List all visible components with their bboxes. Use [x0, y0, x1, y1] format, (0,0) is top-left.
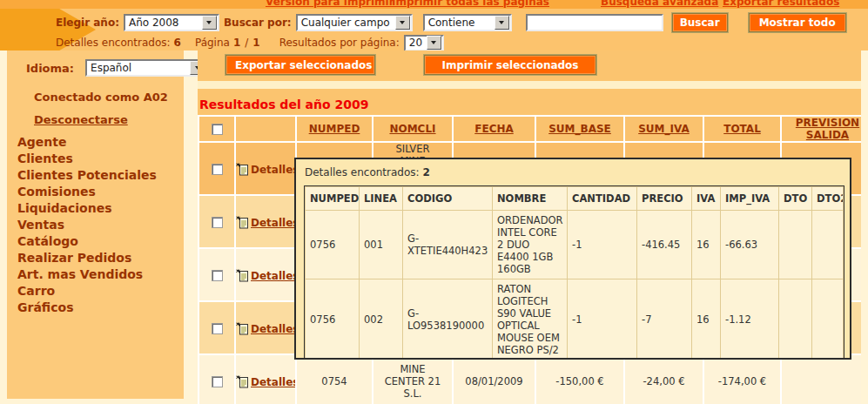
popup-col-nombre: NOMBRE — [493, 187, 568, 211]
sidebar-item-graficos[interactable]: Gráficos — [17, 300, 157, 316]
details-link[interactable]: Detalles — [236, 164, 295, 176]
export-results-link[interactable]: Exportar resultados — [723, 0, 839, 8]
sidebar-item-ventas[interactable]: Ventas — [17, 217, 157, 233]
sort-numped-link[interactable]: NUMPED — [309, 123, 360, 135]
results-header-row: NUMPED NOMCLI FECHA SUM_BASE SUM_IVA TOT… — [199, 117, 861, 141]
popup-nombre-cell: ORDENADOR INTEL CORE 2 DUO E4400 1GB 160… — [493, 211, 568, 279]
popup-linea-cell: 001 — [360, 211, 403, 279]
sidebar-item-carro[interactable]: Carro — [17, 283, 157, 300]
export-selected-button[interactable]: Exportar seleccionados — [225, 55, 375, 75]
numped-cell: 0754 — [297, 355, 372, 404]
popup-row: 0756 002 G-LO9538190000 RATON LOGITECH S… — [306, 279, 844, 360]
popup-col-codigo: CODIGO — [403, 187, 493, 211]
page-current: 1 — [233, 37, 240, 49]
search-input[interactable] — [526, 14, 663, 31]
search-by-label: Buscar por: — [224, 17, 292, 29]
details-page-icon — [236, 163, 249, 176]
popup-dto2-cell — [812, 211, 844, 279]
popup-col-numped: NUMPED — [306, 187, 360, 211]
popup-iva-cell: 16 — [692, 279, 721, 360]
sort-total-link[interactable]: TOTAL — [723, 123, 761, 135]
row-checkbox[interactable] — [212, 164, 223, 175]
chevron-down-icon[interactable] — [427, 36, 441, 50]
select-all-checkbox[interactable] — [212, 124, 223, 135]
popup-col-precio: PRECIO — [637, 187, 692, 211]
popup-col-imp-iva: IMP_IVA — [721, 187, 779, 211]
popup-imp-iva-cell: -1.12 — [721, 279, 779, 360]
popup-iva-cell: 16 — [692, 211, 721, 279]
popup-cantidad-cell: -1 — [568, 279, 637, 360]
sidebar-item-comisiones[interactable]: Comisiones — [17, 184, 157, 200]
row-checkbox[interactable] — [212, 323, 223, 334]
details-link[interactable]: Detalles — [236, 323, 295, 335]
sort-sum-base-link[interactable]: SUM_BASE — [548, 123, 611, 135]
language-select[interactable]: Español — [85, 59, 207, 77]
sidebar-item-agente[interactable]: Agente — [17, 134, 157, 151]
search-header-bar: Elegir año: Año 2008 Buscar por: Cualqui… — [0, 9, 868, 50]
row-checkbox[interactable] — [212, 270, 223, 281]
details-found-count: 6 — [174, 37, 181, 49]
chevron-down-icon[interactable] — [202, 16, 217, 30]
sort-fecha-link[interactable]: FECHA — [474, 123, 514, 135]
top-link-bar: Versión para imprimir Imprimir todas las… — [0, 0, 868, 9]
sidebar: Idioma: Español Conectado como A02 Desco… — [7, 50, 184, 399]
choose-year-label: Elegir año: — [56, 17, 119, 29]
operator-select[interactable]: Contiene — [423, 14, 512, 31]
details-link[interactable]: Detalles — [236, 270, 295, 282]
sum-base-cell: -150,00 € — [536, 355, 623, 404]
sort-prevision-salida-link[interactable]: PREVISION SALIDA — [796, 117, 859, 141]
print-version-link[interactable]: Versión para imprimir — [266, 0, 394, 8]
details-link[interactable]: Detalles — [236, 376, 295, 388]
popup-precio-cell: -416.45 — [637, 211, 692, 279]
year-select[interactable]: Año 2008 — [124, 14, 219, 31]
popup-header-row: NUMPED LINEA CODIGO NOMBRE CANTIDAD PREC… — [306, 187, 844, 211]
page-total: 1 — [252, 37, 259, 49]
search-field-select[interactable]: Cualquier campo — [296, 14, 413, 31]
table-row: Detalles 0754 MINE CENTER 21 S.L. 08/01/… — [199, 355, 861, 404]
popup-col-dto2: DTO2 — [812, 187, 844, 211]
details-link[interactable]: Detalles — [236, 217, 295, 229]
advanced-search-link[interactable]: Búsqueda avanzada — [601, 0, 718, 8]
popup-linea-cell: 002 — [360, 279, 403, 360]
popup-numped-cell: 0756 — [306, 211, 360, 279]
print-all-pages-link[interactable]: Imprimir todas las páginas — [392, 0, 549, 8]
popup-col-linea: LINEA — [360, 187, 403, 211]
chevron-down-icon[interactable] — [495, 16, 509, 30]
details-page-icon — [236, 322, 249, 335]
row-checkbox[interactable] — [212, 217, 223, 228]
sidebar-item-liquidaciones[interactable]: Liquidaciones — [17, 200, 157, 217]
popup-col-dto: DTO — [779, 187, 812, 211]
popup-dto-cell — [779, 211, 812, 279]
row-checkbox[interactable] — [212, 376, 223, 387]
sidebar-item-clientes-potenciales[interactable]: Clientes Potenciales — [17, 167, 157, 184]
sum-iva-cell: -24,00 € — [625, 355, 703, 404]
mostrar-todo-button[interactable]: Mostrar todo — [749, 13, 846, 32]
connected-as-text: Conectado como A02 — [34, 91, 168, 104]
disconnect-link[interactable]: Desconectarse — [34, 113, 128, 126]
details-page-icon — [236, 269, 249, 282]
popup-codigo-cell: G-LO9538190000 — [403, 279, 493, 360]
per-page-select[interactable]: 20 — [404, 35, 444, 51]
nomcli-cell: MINE CENTER 21 S.L. — [373, 355, 452, 404]
chevron-down-icon[interactable] — [395, 16, 410, 30]
page-separator: / — [245, 37, 248, 49]
popup-imp-iva-cell: -66.63 — [721, 211, 779, 279]
search-field-value: Cualquier campo — [301, 17, 390, 29]
results-title: Resultados del año 2009 — [199, 98, 861, 111]
sidebar-item-catalogo[interactable]: Catálogo — [17, 233, 157, 250]
page-label: Página — [195, 37, 230, 49]
details-page-icon — [236, 375, 249, 388]
buscar-button[interactable]: Buscar — [672, 13, 728, 32]
popup-table: NUMPED LINEA CODIGO NOMBRE CANTIDAD PREC… — [305, 186, 844, 360]
sort-sum-iva-link[interactable]: SUM_IVA — [638, 123, 690, 135]
sort-nomcli-link[interactable]: NOMCLI — [389, 123, 435, 135]
sidebar-item-realizar-pedidos[interactable]: Realizar Pedidos — [17, 250, 157, 266]
popup-col-cantidad: CANTIDAD — [568, 187, 637, 211]
sidebar-item-clientes[interactable]: Clientes — [17, 151, 157, 167]
divider — [198, 81, 861, 89]
sidebar-item-art-mas-vendidos[interactable]: Art. mas Vendidos — [17, 266, 157, 283]
fecha-cell: 08/01/2009 — [454, 355, 535, 404]
details-found-label: Detalles encontrados: — [56, 37, 171, 49]
page: Versión para imprimir Imprimir todas las… — [0, 0, 868, 404]
print-selected-button[interactable]: Imprimir seleccionados — [424, 55, 596, 75]
